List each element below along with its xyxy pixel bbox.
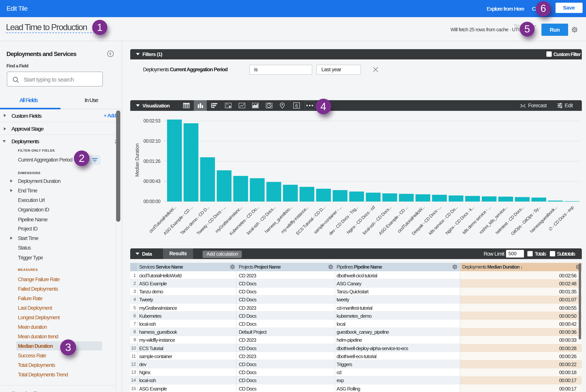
- svg-text:00:01:26: 00:01:26: [143, 158, 160, 164]
- svg-text:sample-container - ...: sample-container - ...: [313, 205, 343, 235]
- svg-text:Nginx - CD Docs - k...: Nginx - CD Docs - k...: [444, 205, 475, 236]
- svg-text:Nginx - CD Docs - cd: Nginx - CD Docs - cd: [345, 205, 375, 235]
- svg-text:00:02:10: 00:02:10: [143, 138, 160, 144]
- svg-text:cicdTutorialHelloW...: cicdTutorialHelloW...: [148, 205, 177, 234]
- svg-text:harness_guestboo...: harness_guestboo...: [263, 205, 293, 234]
- svg-text:k8s demo service - ...: k8s demo service - ...: [461, 205, 492, 235]
- svg-text:ASG Example - CD ...: ASG Example - CD ...: [162, 205, 193, 236]
- svg-text:ECS Tutorial - CD D...: ECS Tutorial - CD D...: [295, 205, 326, 236]
- svg-text:GitOps - GitOps - Sy...: GitOps - GitOps - Sy...: [510, 205, 541, 236]
- svg-text:Median Duration: Median Duration: [134, 144, 139, 176]
- svg-text:Kubernetes - CD Do...: Kubernetes - CD Do...: [228, 205, 260, 236]
- svg-text:6: 6: [295, 103, 298, 108]
- svg-text:helmtest - CD Docs...: helmtest - CD Docs...: [494, 205, 525, 235]
- svg-text:my-wildfly-instance...: my-wildfly-instance...: [280, 205, 309, 234]
- svg-text:local-ssh - CD Docs...: local-ssh - CD Docs...: [361, 205, 392, 236]
- svg-text:Forecast: Forecast: [528, 103, 547, 108]
- svg-text:k8s service - CD Do...: k8s service - CD Do...: [427, 205, 459, 236]
- svg-text:00:00:43: 00:00:43: [143, 178, 160, 184]
- svg-text:Tweety - CD Docs - ...: Tweety - CD Docs - ...: [195, 205, 226, 236]
- svg-text:Tanzu demo - CD D...: Tanzu demo - CD D...: [179, 205, 210, 236]
- svg-text:Edit: Edit: [565, 103, 573, 108]
- svg-text:roshni_k8s_service...: roshni_k8s_service...: [478, 205, 508, 235]
- svg-text:dev - CD Docs - Trig...: dev - CD Docs - Trig...: [328, 205, 359, 236]
- svg-text:Deepak - CD Docs -...: Deepak - CD Docs -...: [411, 205, 442, 236]
- svg-text:00:00:00: 00:00:00: [143, 199, 160, 204]
- svg-text:00:02:53: 00:02:53: [143, 118, 160, 124]
- svg-text:local-ssh - CD Docs...: local-ssh - CD Docs...: [245, 205, 276, 236]
- svg-text:ASG Example - CD ...: ASG Example - CD ...: [378, 205, 409, 236]
